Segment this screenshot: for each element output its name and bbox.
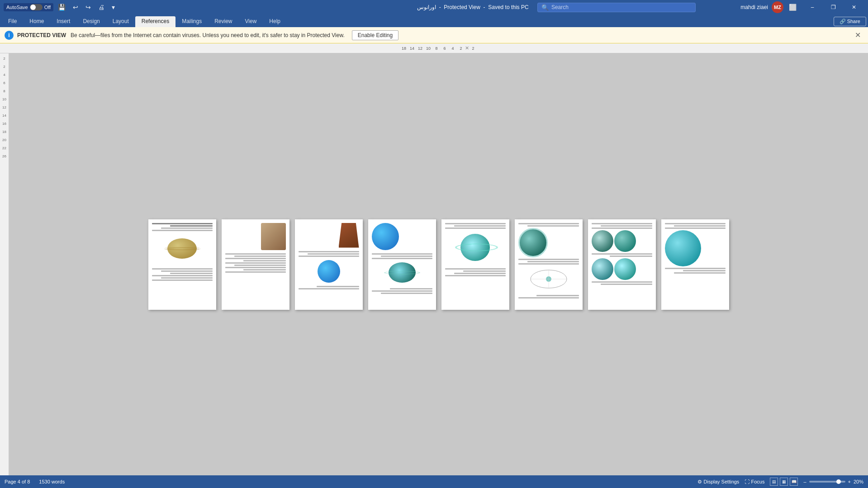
page-1-text-bottom xyxy=(152,268,213,281)
page-7-content xyxy=(588,219,656,310)
tab-design[interactable]: Design xyxy=(76,16,106,27)
toggle-knob xyxy=(30,5,36,10)
minimize-button[interactable]: – xyxy=(802,0,823,14)
page-8-text-bottom xyxy=(665,268,726,274)
window-controls: – ❐ ✕ xyxy=(802,0,864,14)
protected-icon: i xyxy=(5,31,14,40)
page-8-content xyxy=(661,219,729,310)
page-info: Page 4 of 8 xyxy=(5,479,30,484)
zoom-bar: – + 20% xyxy=(803,479,863,484)
autosave-toggle[interactable]: AutoSave Off xyxy=(4,3,53,11)
tab-insert[interactable]: Insert xyxy=(50,16,76,27)
focus-button[interactable]: ⛶ Focus xyxy=(745,479,764,484)
page-5-content xyxy=(441,219,509,310)
horizontal-ruler: 18 14 12 10 8 6 4 2 ✕ 2 xyxy=(9,43,868,53)
thumbnails-row xyxy=(139,219,738,310)
customize-icon[interactable]: ▾ xyxy=(110,3,117,12)
ribbon-display-icon[interactable]: ⬜ xyxy=(787,3,798,12)
page-7-text-bottom xyxy=(592,281,652,285)
page-3-content xyxy=(295,219,363,310)
title-center: اورانوس - Protected View - Saved to this… xyxy=(372,3,741,12)
page-thumbnail-6[interactable] xyxy=(515,219,583,310)
zoom-out-button[interactable]: – xyxy=(803,479,806,484)
page-7-text-mid xyxy=(592,253,652,257)
page-7-planets-top xyxy=(592,230,652,252)
zoom-in-button[interactable]: + xyxy=(848,479,851,484)
tab-help[interactable]: Help xyxy=(263,16,287,27)
page-6-text-bottom xyxy=(518,295,579,298)
close-button[interactable]: ✕ xyxy=(844,0,864,14)
read-mode-icon[interactable]: 📖 xyxy=(790,478,798,486)
print-layout-icon[interactable]: ▤ xyxy=(770,478,778,486)
page-8-uranus-large xyxy=(665,230,726,266)
page-4-saturn-rings xyxy=(384,262,420,285)
autosave-switch[interactable] xyxy=(30,4,43,10)
undo-icon[interactable]: ↩ xyxy=(71,3,80,12)
autosave-label: AutoSave xyxy=(6,5,28,10)
page-thumbnail-4[interactable] xyxy=(368,219,436,310)
page-2-portrait xyxy=(225,223,286,250)
tab-home[interactable]: Home xyxy=(23,16,50,27)
page-thumbnail-2[interactable] xyxy=(222,219,289,310)
page-8-text-top xyxy=(665,223,726,229)
title-bar-right: mahdi ziaei MZ ⬜ xyxy=(740,1,798,13)
page-thumbnail-5[interactable] xyxy=(441,219,509,310)
saturn-image xyxy=(164,236,200,263)
page-thumbnail-7[interactable] xyxy=(588,219,656,310)
page-3-telescope xyxy=(299,223,359,248)
tab-file[interactable]: File xyxy=(2,16,23,27)
print-icon[interactable]: 🖨 xyxy=(96,3,106,12)
tab-mailings[interactable]: Mailings xyxy=(175,16,208,27)
page-2-content xyxy=(222,219,289,310)
page-5-text-bottom xyxy=(445,268,506,276)
tab-references[interactable]: References xyxy=(135,16,175,27)
search-input[interactable] xyxy=(551,4,687,10)
redo-icon[interactable]: ↪ xyxy=(84,3,93,12)
page-6-diagram xyxy=(528,268,569,292)
tab-layout[interactable]: Layout xyxy=(106,16,135,27)
vertical-ruler: 2 2 4 6 8 10 12 14 16 18 20 22 26 xyxy=(0,53,9,475)
quick-access-toolbar: 💾 ↩ ↪ 🖨 ▾ xyxy=(56,3,117,12)
search-icon: 🔍 xyxy=(541,4,549,11)
page-thumbnail-3[interactable] xyxy=(295,219,363,310)
zoom-slider[interactable] xyxy=(809,481,845,483)
tab-view[interactable]: View xyxy=(239,16,263,27)
focus-icon: ⛶ xyxy=(745,479,749,484)
status-right: ⚙ Display Settings ⛶ Focus ▤ ▦ 📖 – + 20% xyxy=(697,478,863,486)
page-6-text-mid xyxy=(518,259,579,265)
page-thumbnail-1[interactable] xyxy=(148,219,216,310)
page-1-text-top xyxy=(152,223,213,231)
view-icons: ▤ ▦ 📖 xyxy=(770,478,798,486)
page-5-uranus-rings xyxy=(453,234,498,263)
tab-review[interactable]: Review xyxy=(208,16,238,27)
document-canvas[interactable] xyxy=(9,53,868,475)
page-3-text-bottom xyxy=(299,286,359,289)
web-layout-icon[interactable]: ▦ xyxy=(780,478,788,486)
page-4-text xyxy=(372,253,432,259)
page-2-text xyxy=(225,253,286,273)
page-5-text-top xyxy=(445,223,506,229)
page-4-neptune xyxy=(372,223,432,250)
page-6-content xyxy=(515,219,583,310)
share-button[interactable]: 🔗 Share xyxy=(834,17,866,26)
page-7-planets-bottom xyxy=(592,258,652,280)
page-6-planet xyxy=(518,228,579,257)
page-6-text-top xyxy=(518,223,579,227)
search-box[interactable]: 🔍 xyxy=(537,3,696,12)
user-avatar[interactable]: MZ xyxy=(772,1,783,13)
save-icon[interactable]: 💾 xyxy=(56,3,67,12)
page-3-text-mid xyxy=(299,251,359,257)
display-settings-button[interactable]: ⚙ Display Settings xyxy=(697,479,739,485)
doc-title: اورانوس - Protected View - Saved to this… xyxy=(417,4,529,10)
autosave-state: Off xyxy=(44,5,51,10)
restore-button[interactable]: ❐ xyxy=(823,0,844,14)
enable-editing-button[interactable]: Enable Editing xyxy=(352,30,398,40)
status-bar: Page 4 of 8 1530 words ⚙ Display Setting… xyxy=(0,475,868,488)
ruler-area: 18 14 12 10 8 6 4 2 ✕ 2 xyxy=(0,43,868,53)
user-name: mahdi ziaei xyxy=(740,4,768,10)
title-bar-left: AutoSave Off 💾 ↩ ↪ 🖨 ▾ xyxy=(4,3,372,12)
page-thumbnail-8[interactable] xyxy=(661,219,729,310)
close-protected-bar-button[interactable]: ✕ xyxy=(852,30,863,40)
display-settings-icon: ⚙ xyxy=(697,479,702,484)
page-3-small-planet xyxy=(318,260,340,283)
